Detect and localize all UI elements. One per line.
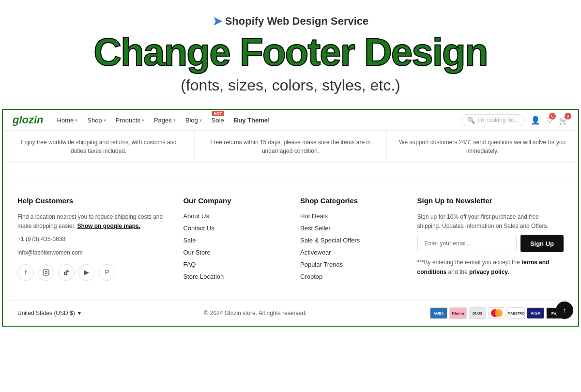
cart-icon[interactable]: 🛒 0 — [559, 116, 568, 125]
shop-categories-title: Shop Categories — [300, 196, 398, 205]
search-icon: 🔍 — [467, 117, 475, 124]
hot-deals-link[interactable]: Hot Deals — [300, 212, 398, 220]
info-support-text: We support customers 24/7, send question… — [399, 139, 566, 154]
amex-icon: AMEX — [430, 307, 447, 319]
email-address: info@fashionwomen.com — [17, 248, 164, 257]
chevron-icon: ▾ — [142, 118, 144, 123]
sale-link[interactable]: Sale — [183, 237, 281, 244]
chevron-icon: ▾ — [104, 118, 106, 123]
popular-trends-link[interactable]: Popular Trends — [300, 261, 398, 268]
sale-special-link[interactable]: Sale & Special Offers — [300, 237, 398, 244]
account-icon[interactable]: 👤 — [531, 116, 540, 125]
footer-bottom-wrap: United States (USD $) ▾ © 2024 Glozin st… — [3, 300, 578, 326]
store-location-link[interactable]: Store Location — [183, 273, 281, 280]
signup-button[interactable]: Sign Up — [520, 235, 564, 252]
nav-pages[interactable]: Pages ▾ — [150, 115, 180, 126]
activewear-link[interactable]: Activewear — [300, 249, 398, 256]
show-map-link[interactable]: Show on google maps. — [77, 223, 140, 229]
payment-icons: AMEX Klarna ONUS MAESTRO VISA Pay — [430, 307, 564, 319]
hot-badge: HOT — [212, 111, 224, 116]
phone-number: +1 (973) 435-3638 — [17, 235, 164, 244]
footer-col-newsletter: Sign Up to Newsletter Sign up for 10% of… — [417, 196, 564, 285]
country-label: United States (USD $) — [17, 310, 75, 317]
svg-point-4 — [495, 309, 503, 317]
help-customers-desc: Find a location nearest you to reduce sh… — [17, 212, 164, 231]
banner-title: Change Footer Design — [10, 33, 571, 72]
footer-spacer — [3, 163, 578, 177]
youtube-icon[interactable]: ▶ — [78, 264, 95, 281]
our-store-link[interactable]: Our Store — [183, 249, 281, 256]
nav-products[interactable]: Products ▾ — [112, 115, 148, 126]
banner-desc: (fonts, sizes, colors, styles, etc.) — [10, 76, 571, 94]
svg-point-1 — [45, 271, 47, 273]
contact-us-link[interactable]: Contact Us — [183, 225, 281, 232]
facebook-icon[interactable]: f — [17, 264, 34, 281]
arrow-icon: ➤ — [213, 15, 222, 28]
svg-point-2 — [47, 271, 48, 271]
info-support: We support customers 24/7, send question… — [387, 131, 578, 162]
chevron-down-icon: ▾ — [78, 310, 81, 317]
nav-blog[interactable]: Blog ▾ — [182, 115, 206, 126]
instagram-icon[interactable] — [38, 264, 54, 281]
svg-rect-0 — [43, 270, 49, 275]
chevron-icon: ▾ — [199, 118, 202, 123]
nav-links: Home ▾ Shop ▾ Products ▾ Pages ▾ Blog ▾ … — [53, 115, 457, 126]
wishlist-icon[interactable]: ♡ 0 — [546, 116, 553, 125]
mastercard-icon — [488, 307, 505, 319]
info-returns: Free returns within 15 days, please make… — [195, 131, 386, 162]
scroll-to-top-button[interactable]: ↑ — [556, 302, 573, 319]
terms-text: ***By entering the e-mail you accept the… — [417, 258, 564, 276]
logo[interactable]: glozin — [13, 114, 44, 126]
about-us-link[interactable]: About Us — [183, 212, 281, 220]
nav-right: 🔍 I'm looking for... 👤 ♡ 0 🛒 0 — [461, 114, 568, 126]
croptop-link[interactable]: Croptop — [300, 273, 398, 280]
footer: Help Customers Find a location nearest y… — [3, 177, 578, 300]
chevron-icon: ▾ — [173, 118, 176, 123]
footer-col-categories: Shop Categories Hot Deals Best Seller Sa… — [300, 196, 398, 285]
copyright-text: © 2024 Glozin store. All rights reserved… — [204, 310, 307, 317]
site-mockup: glozin Home ▾ Shop ▾ Products ▾ Pages ▾ … — [2, 109, 579, 327]
onus-icon: ONUS — [469, 307, 486, 319]
tiktok-icon[interactable] — [58, 264, 75, 281]
footer-col-help: Help Customers Find a location nearest y… — [17, 196, 164, 285]
search-box[interactable]: 🔍 I'm looking for... — [461, 114, 525, 126]
banner-area: ➤ Shopify Web Design Service Change Foot… — [0, 0, 581, 104]
navbar: glozin Home ▾ Shop ▾ Products ▾ Pages ▾ … — [3, 110, 578, 131]
info-returns-text: Free returns within 15 days, please make… — [210, 139, 371, 154]
newsletter-title: Sign Up to Newsletter — [417, 196, 564, 205]
social-icons: f ▶ P — [17, 264, 164, 281]
banner-subtitle: ➤ Shopify Web Design Service — [10, 15, 571, 28]
search-input[interactable]: I'm looking for... — [478, 117, 519, 123]
klarna-icon: Klarna — [449, 307, 467, 319]
help-customers-title: Help Customers — [17, 196, 164, 205]
pinterest-icon[interactable]: P — [99, 264, 115, 281]
maestro-icon: MAESTRO — [507, 307, 525, 319]
info-strip: Enjoy free worldwide shipping and return… — [3, 131, 578, 163]
email-input[interactable] — [417, 235, 517, 252]
nav-sale[interactable]: HOT Sale — [208, 115, 228, 126]
nav-home[interactable]: Home ▾ — [53, 115, 82, 126]
our-company-title: Our Company — [183, 196, 281, 205]
nav-shop[interactable]: Shop ▾ — [83, 115, 109, 126]
email-form: Sign Up — [417, 235, 564, 252]
info-shipping-text: Enjoy free worldwide shipping and return… — [21, 139, 177, 154]
chevron-icon: ▾ — [75, 118, 77, 123]
faq-link[interactable]: FAQ — [183, 261, 281, 268]
footer-top: Help Customers Find a location nearest y… — [17, 196, 564, 300]
privacy-policy-link[interactable]: privacy policy. — [469, 269, 509, 275]
service-label: Shopify Web Design Service — [225, 15, 369, 28]
country-selector[interactable]: United States (USD $) ▾ — [17, 310, 81, 317]
cart-badge: 0 — [565, 113, 571, 120]
footer-bottom: United States (USD $) ▾ © 2024 Glozin st… — [3, 300, 578, 326]
best-seller-link[interactable]: Best Seller — [300, 225, 398, 232]
nav-buy-theme[interactable]: Buy Theme! — [230, 115, 274, 126]
visa-icon: VISA — [527, 307, 544, 319]
newsletter-desc: Sign up for 10% off your first purchase … — [417, 212, 564, 231]
footer-col-company: Our Company About Us Contact Us Sale Our… — [183, 196, 281, 285]
info-shipping: Enjoy free worldwide shipping and return… — [3, 131, 195, 162]
wishlist-badge: 0 — [549, 113, 556, 120]
